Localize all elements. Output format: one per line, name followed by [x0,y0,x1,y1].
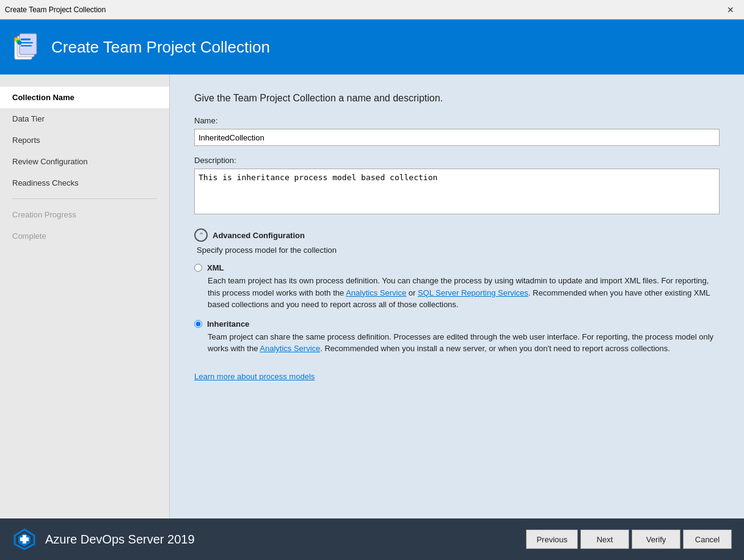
sidebar-item-collection-name[interactable]: Collection Name [0,87,169,108]
verify-button[interactable]: Verify [632,529,680,549]
learn-more-section: Learn more about process models [194,372,720,381]
inheritance-radio-label[interactable]: Inheritance [207,319,249,329]
learn-more-link[interactable]: Learn more about process models [194,372,315,381]
title-bar: Create Team Project Collection ✕ [0,0,744,20]
analytics-service-link-xml[interactable]: Analytics Service [346,288,406,297]
content-area: Give the Team Project Collection a name … [170,75,744,518]
footer: Azure DevOps Server 2019 Previous Next V… [0,518,744,560]
analytics-service-link-inheritance[interactable]: Analytics Service [260,344,320,353]
sidebar-item-review-configuration[interactable]: Review Configuration [0,151,169,172]
svg-rect-2 [20,34,37,54]
specify-label: Specify process model for the collection [194,245,720,255]
desc-label: Description: [194,156,720,165]
next-button[interactable]: Next [580,529,629,549]
inheritance-radio-desc: Team project can share the same process … [194,331,720,355]
svg-rect-5 [21,45,32,46]
footer-logo-icon [12,527,37,551]
header-icon [12,32,42,62]
sidebar-item-complete: Complete [0,225,169,247]
sidebar: Collection Name Data Tier Reports Review… [0,75,170,518]
xml-radio[interactable] [194,264,202,272]
xml-radio-label[interactable]: XML [207,263,224,272]
svg-rect-3 [21,38,31,40]
close-button[interactable]: ✕ [722,1,739,18]
previous-button[interactable]: Previous [526,529,578,549]
sidebar-item-reports[interactable]: Reports [0,129,169,151]
name-input[interactable] [194,129,720,146]
svg-rect-13 [20,537,29,541]
footer-title: Azure DevOps Server 2019 [45,533,526,547]
content-subtitle: Give the Team Project Collection a name … [194,93,720,104]
sql-server-reporting-link[interactable]: SQL Server Reporting Services [418,288,528,297]
sidebar-item-readiness-checks[interactable]: Readiness Checks [0,172,169,194]
inheritance-radio-option: Inheritance Team project can share the s… [194,319,720,355]
svg-rect-4 [21,42,33,43]
inheritance-radio[interactable] [194,320,202,328]
header-title: Create Team Project Collection [51,38,270,57]
xml-radio-option: XML Each team project has its own proces… [194,263,720,311]
advanced-config-toggle[interactable]: ⌃ Advanced Configuration [194,228,720,242]
header: Create Team Project Collection [0,20,744,75]
cancel-button[interactable]: Cancel [683,529,732,549]
sidebar-item-data-tier[interactable]: Data Tier [0,108,169,129]
main-area: Collection Name Data Tier Reports Review… [0,75,744,518]
advanced-config-title: Advanced Configuration [213,231,305,240]
footer-buttons: Previous Next Verify Cancel [526,529,732,549]
sidebar-item-creation-progress: Creation Progress [0,204,169,225]
title-bar-text: Create Team Project Collection [5,5,106,14]
name-label: Name: [194,116,720,125]
sidebar-divider [12,198,157,199]
xml-radio-desc: Each team project has its own process de… [194,275,720,311]
chevron-icon: ⌃ [194,228,208,242]
svg-rect-9 [18,41,21,45]
desc-textarea[interactable]: This is inheritance process model based … [194,169,720,214]
